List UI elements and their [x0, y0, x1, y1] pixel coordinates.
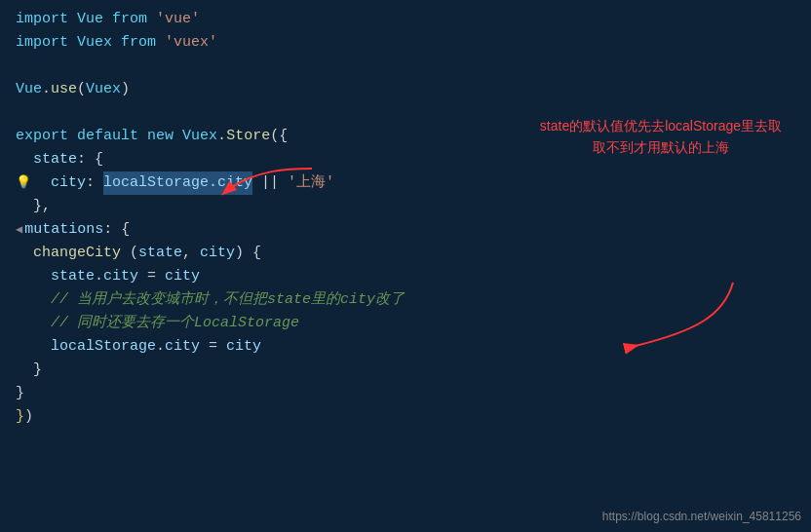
- arrow-right: [616, 278, 753, 356]
- bulb-icon: 💡: [16, 173, 31, 194]
- code-line-18: } ): [16, 405, 795, 429]
- code-line-4: Vue . use ( Vuex ): [16, 78, 795, 101]
- string-vue: 'vue': [156, 8, 200, 31]
- code-line-11: changeCity ( state , city ) {: [16, 242, 795, 265]
- code-line-8: 💡 city : localStorage.city || '上海': [16, 171, 795, 195]
- keyword-import: import: [16, 8, 68, 31]
- code-line-9: },: [16, 195, 795, 218]
- code-line-1: import Vue from 'vue': [16, 8, 795, 31]
- code-line-17: }: [16, 382, 795, 405]
- code-line-3: [16, 55, 795, 78]
- collapse-icon[interactable]: ◀: [16, 221, 22, 240]
- code-line-16: }: [16, 359, 795, 382]
- vue-identifier: Vue: [77, 8, 103, 31]
- code-editor: import Vue from 'vue' import Vuex from '…: [0, 0, 811, 437]
- url-text: https://blog.csdn.net/weixin_45811256: [602, 508, 801, 526]
- annotation-text: state的默认值优先去localStorage里去取取不到才用默认的上海: [540, 115, 782, 159]
- code-line-10: ◀ mutations : {: [16, 218, 795, 242]
- arrow-left: [195, 164, 322, 217]
- code-line-2: import Vuex from 'vuex': [16, 31, 795, 55]
- keyword-from: from: [112, 8, 147, 31]
